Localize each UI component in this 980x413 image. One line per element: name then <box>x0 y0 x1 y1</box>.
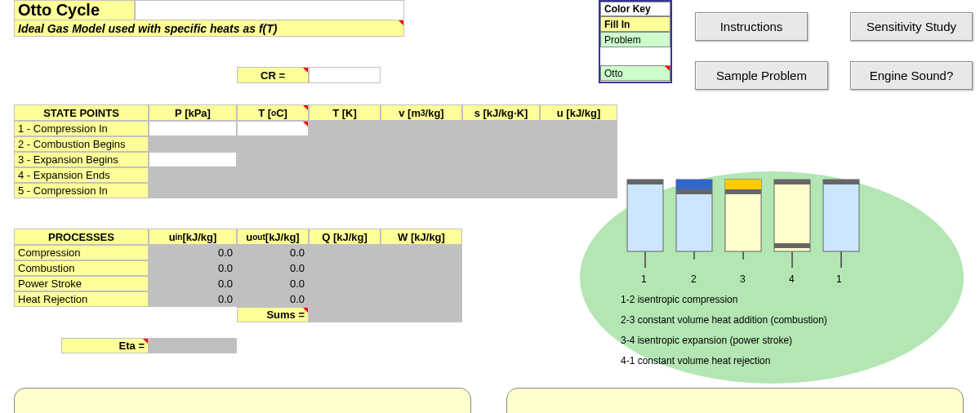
state-tc-2 <box>237 136 309 152</box>
color-key-fillin: Fill In <box>600 16 670 32</box>
state-row-label: 2 - Combustion Begins <box>14 136 149 152</box>
title-input-area[interactable] <box>135 0 404 20</box>
proc-row-label: Compression <box>14 245 149 260</box>
cr-input[interactable] <box>309 67 381 83</box>
instructions-button[interactable]: Instructions <box>695 12 808 41</box>
state-u-2 <box>540 136 617 152</box>
svg-rect-5 <box>676 180 712 189</box>
state-tk-2 <box>309 136 381 152</box>
state-v-3 <box>381 152 462 167</box>
state-hdr-u: u [kJ/kg] <box>540 104 617 121</box>
sums-q <box>309 307 381 322</box>
state-tc-4 <box>237 167 309 183</box>
state-tc-1[interactable] <box>237 121 309 136</box>
otto-diagram <box>572 155 972 384</box>
state-tc-3 <box>237 152 309 167</box>
proc-q-4 <box>309 291 381 307</box>
state-v-2 <box>381 136 462 152</box>
proc-hdr-uin: uin [kJ/kg] <box>149 229 237 245</box>
diag-num-3: 3 <box>740 273 746 285</box>
color-key-problem: Problem <box>600 32 670 47</box>
state-hdr-tc: T [oC] <box>237 104 309 121</box>
state-s-2 <box>462 136 540 152</box>
state-hdr-v: v [m3/kg] <box>381 104 462 121</box>
proc-hdr-q: Q [kJ/kg] <box>309 229 381 245</box>
svg-rect-14 <box>774 243 810 248</box>
sums-label: Sums = <box>237 307 309 322</box>
svg-rect-13 <box>774 180 810 184</box>
diag-line-1: 1-2 isentropic compression <box>621 294 737 305</box>
proc-uout-4: 0.0 <box>237 291 309 307</box>
diag-num-1: 1 <box>641 273 647 285</box>
state-v-1 <box>381 121 462 136</box>
svg-rect-17 <box>823 180 859 184</box>
state-tk-4 <box>309 167 381 183</box>
proc-w-3 <box>381 276 462 291</box>
proc-row-label: Heat Rejection <box>14 291 149 307</box>
state-s-3 <box>462 152 540 167</box>
proc-hdr-uout: uout [kJ/kg] <box>237 229 309 245</box>
state-v-5 <box>381 183 462 198</box>
svg-rect-1 <box>627 180 663 251</box>
state-points-title: STATE POINTS <box>14 104 149 121</box>
diag-line-4: 4-1 constant volume heat rejection <box>621 355 770 366</box>
state-tk-5 <box>309 183 381 198</box>
cr-label: CR = <box>237 67 309 83</box>
processes-title: PROCESSES <box>14 229 149 245</box>
svg-rect-16 <box>823 180 859 251</box>
svg-rect-10 <box>725 189 761 194</box>
sample-problem-button[interactable]: Sample Problem <box>695 61 828 90</box>
sensitivity-study-button[interactable]: Sensitivity Study <box>850 12 973 41</box>
state-p-5 <box>149 183 237 198</box>
eta-label: Eta = <box>61 338 149 353</box>
state-p-3[interactable] <box>149 152 237 167</box>
state-tk-3 <box>309 152 381 167</box>
state-hdr-tk: T [K] <box>309 104 381 121</box>
state-row-label: 3 - Expansion Begins <box>14 152 149 167</box>
state-p-4 <box>149 167 237 183</box>
color-key-title: Color Key <box>600 2 670 16</box>
proc-uin-3: 0.0 <box>149 276 237 291</box>
state-p-1[interactable] <box>149 121 237 136</box>
proc-q-2 <box>309 260 381 276</box>
state-s-1 <box>462 121 540 136</box>
state-hdr-p: P [kPa] <box>149 104 237 121</box>
svg-rect-6 <box>676 189 712 194</box>
proc-w-4 <box>381 291 462 307</box>
diag-num-4: 4 <box>789 273 795 285</box>
proc-w-1 <box>381 245 462 260</box>
proc-w-2 <box>381 260 462 276</box>
state-p-2 <box>149 136 237 152</box>
state-u-1 <box>540 121 617 136</box>
color-key-otto: Otto <box>600 65 670 81</box>
svg-rect-2 <box>627 180 663 184</box>
page-title: Otto Cycle <box>14 0 135 20</box>
engine-sound-button[interactable]: Engine Sound? <box>850 61 973 90</box>
note-box-left <box>14 388 471 413</box>
svg-rect-9 <box>725 180 761 189</box>
note-box-right <box>506 388 964 413</box>
proc-row-label: Combustion <box>14 260 149 276</box>
proc-uin-1: 0.0 <box>149 245 237 260</box>
diag-line-2: 2-3 constant volume heat addition (combu… <box>621 314 827 326</box>
state-row-label: 1 - Compression In <box>14 121 149 136</box>
proc-row-label: Power Stroke <box>14 276 149 291</box>
subtitle: Ideal Gas Model used with specific heats… <box>14 20 404 37</box>
sums-w <box>381 307 462 322</box>
state-row-label: 5 - Compression In <box>14 183 149 198</box>
proc-q-3 <box>309 276 381 291</box>
state-tk-1 <box>309 121 381 136</box>
diag-num-5: 1 <box>836 273 842 285</box>
diag-line-3: 3-4 isentropic expansion (power stroke) <box>621 335 792 346</box>
eta-value <box>149 338 237 353</box>
state-v-4 <box>381 167 462 183</box>
proc-hdr-w: W [kJ/kg] <box>381 229 462 245</box>
state-s-5 <box>462 183 540 198</box>
state-s-4 <box>462 167 540 183</box>
proc-uout-3: 0.0 <box>237 276 309 291</box>
state-tc-5 <box>237 183 309 198</box>
proc-uout-1: 0.0 <box>237 245 309 260</box>
state-row-label: 4 - Expansion Ends <box>14 167 149 183</box>
proc-uout-2: 0.0 <box>237 260 309 276</box>
state-hdr-s: s [kJ/kg·K] <box>462 104 540 121</box>
